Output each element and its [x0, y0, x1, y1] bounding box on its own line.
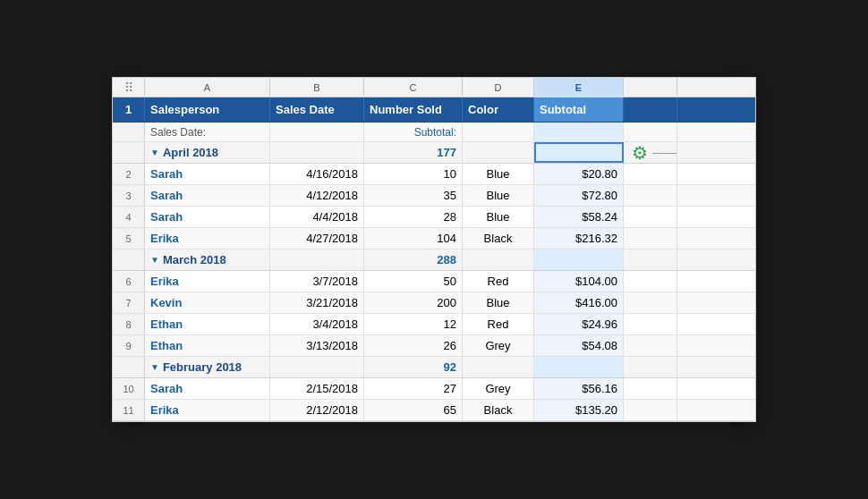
row-5-date: 4/27/2018: [270, 228, 364, 249]
row-3-salesperson: Sarah: [145, 185, 270, 206]
row-5-color: Black: [463, 228, 534, 249]
triangle-april: ▼: [150, 148, 159, 157]
row-11-date: 2/12/2018: [270, 400, 364, 420]
column-ruler: ⠿ A B C D E: [113, 78, 755, 97]
row-4-num: 4: [113, 207, 145, 227]
filter-row: Sales Date: Subtotal:: [113, 123, 755, 142]
row-10-date: 2/15/2018: [270, 378, 364, 399]
row-7-extra: [624, 292, 677, 313]
row-7-subtotal: $416.00: [534, 292, 624, 313]
table-row: 10 Sarah 2/15/2018 27 Grey $56.16: [113, 378, 755, 400]
row-2-sold: 10: [364, 164, 463, 184]
group-row-february[interactable]: ▼ February 2018 92: [113, 357, 755, 378]
row-8-sold: 12: [364, 314, 463, 334]
group-feb-e: [534, 357, 624, 377]
row-11-color: Black: [463, 400, 534, 420]
row-10-color: Grey: [463, 378, 534, 399]
gear-icon[interactable]: ⚙: [632, 142, 648, 163]
row-5-num: 5: [113, 228, 145, 249]
row-3-date: 4/12/2018: [270, 185, 364, 206]
table-row: 2 Sarah 4/16/2018 10 Blue $20.80: [113, 164, 755, 185]
table-row: 5 Erika 4/27/2018 104 Black $216.32: [113, 228, 755, 249]
group-april-label[interactable]: ▼ April 2018: [145, 142, 270, 163]
grid-icon: ⠿: [124, 80, 133, 95]
col-ruler-b[interactable]: B: [270, 78, 364, 97]
row-2-color: Blue: [463, 164, 534, 184]
row-2-subtotal: $20.80: [534, 164, 624, 184]
filter-extra: [624, 123, 677, 141]
row-3-num: 3: [113, 185, 145, 206]
header-color: Color: [463, 97, 534, 122]
row-6-color: Red: [463, 271, 534, 292]
row-4-salesperson: Sarah: [145, 207, 270, 227]
row-9-sold: 26: [364, 335, 463, 356]
row-3-subtotal: $72.80: [534, 185, 624, 206]
row-6-subtotal: $104.00: [534, 271, 624, 292]
row-5-sold: 104: [364, 228, 463, 249]
group-feb-d: [463, 357, 534, 377]
group-march-b: [270, 249, 364, 270]
col-ruler-extra: [624, 78, 677, 97]
row-2-extra: [624, 164, 677, 184]
table-row: 11 Erika 2/12/2018 65 Black $135.20: [113, 400, 755, 421]
row-10-sold: 27: [364, 378, 463, 399]
group-march-d: [463, 249, 534, 270]
row-5-extra: [624, 228, 677, 249]
row-8-num: 8: [113, 314, 145, 334]
row-10-num: 10: [113, 378, 145, 399]
group-feb-name: February 2018: [163, 360, 242, 374]
col-ruler-e[interactable]: E: [534, 78, 624, 97]
group-april-e[interactable]: [534, 142, 624, 163]
table-row: 3 Sarah 4/12/2018 35 Blue $72.80: [113, 185, 755, 207]
row-6-date: 3/7/2018: [270, 271, 364, 292]
group-april-d: [463, 142, 534, 163]
group-april-name: April 2018: [163, 146, 218, 159]
row-8-color: Red: [463, 314, 534, 334]
row-10-extra: [624, 378, 677, 399]
header-sales-date: Sales Date: [270, 97, 364, 122]
row-6-num: 6: [113, 271, 145, 292]
filter-row-num: [113, 123, 145, 141]
row-9-date: 3/13/2018: [270, 335, 364, 356]
row-10-salesperson: Sarah: [145, 378, 270, 399]
row-3-sold: 35: [364, 185, 463, 206]
row-11-num: 11: [113, 400, 145, 420]
row-9-salesperson: Ethan: [145, 335, 270, 356]
header-number-sold: Number Sold: [364, 97, 463, 122]
group-april-extra: ⚙: [624, 142, 677, 163]
group-feb-label[interactable]: ▼ February 2018: [145, 357, 270, 377]
group-row-april[interactable]: ▼ April 2018 177 ⚙: [113, 142, 755, 164]
group-march-extra: [624, 249, 677, 270]
group-april-b: [270, 142, 364, 163]
table-row: 7 Kevin 3/21/2018 200 Blue $416.00: [113, 292, 755, 314]
row-9-color: Grey: [463, 335, 534, 356]
group-march-e: [534, 249, 624, 270]
row-11-subtotal: $135.20: [534, 400, 624, 420]
filter-d: [463, 123, 534, 141]
group-row-march[interactable]: ▼ March 2018 288: [113, 249, 755, 271]
col-ruler-d[interactable]: D: [463, 78, 534, 97]
gear-button[interactable]: ⚙: [627, 142, 652, 163]
row-5-subtotal: $216.32: [534, 228, 624, 249]
row-6-salesperson: Erika: [145, 271, 270, 292]
group-april-subtotal: 177: [364, 142, 463, 163]
row-2-num: 2: [113, 164, 145, 184]
row-8-date: 3/4/2018: [270, 314, 364, 334]
header-salesperson: Salesperson: [145, 97, 270, 122]
row-4-color: Blue: [463, 207, 534, 227]
triangle-feb: ▼: [150, 362, 159, 372]
group-march-subtotal: 288: [364, 249, 463, 270]
header-extra: [624, 97, 677, 122]
row-9-extra: [624, 335, 677, 356]
group-march-label[interactable]: ▼ March 2018: [145, 249, 270, 270]
row-7-salesperson: Kevin: [145, 292, 270, 313]
row-4-extra: [624, 207, 677, 227]
row-2-date: 4/16/2018: [270, 164, 364, 184]
group-april-rownum: [113, 142, 145, 163]
col-ruler-a[interactable]: A: [145, 78, 270, 97]
filter-e: [534, 123, 624, 141]
row-8-salesperson: Ethan: [145, 314, 270, 334]
row-8-subtotal: $24.96: [534, 314, 624, 334]
group-feb-subtotal: 92: [364, 357, 463, 377]
col-ruler-c[interactable]: C: [364, 78, 463, 97]
